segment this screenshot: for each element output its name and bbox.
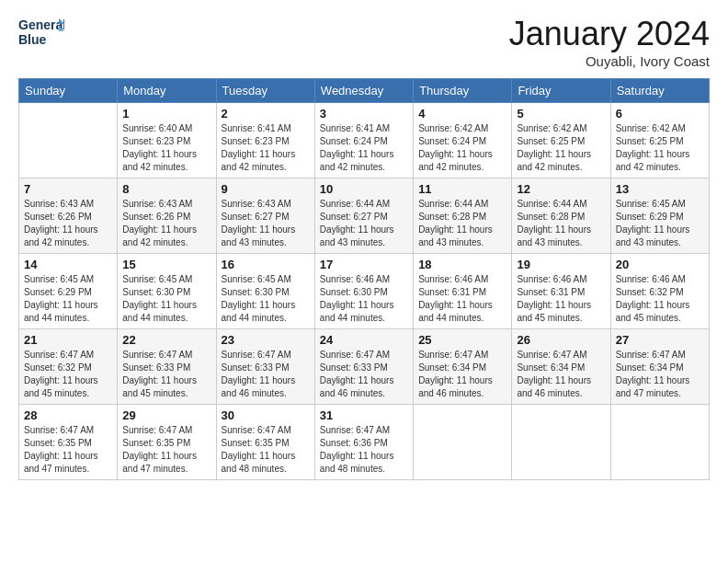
day-cell: 30 Sunrise: 6:47 AM Sunset: 6:35 PM Dayl… [216, 405, 314, 480]
day-info: Sunrise: 6:41 AM Sunset: 6:24 PM Dayligh… [320, 122, 408, 174]
sunset-text: Sunset: 6:31 PM [517, 287, 585, 297]
day-number: 27 [616, 333, 704, 347]
sunset-text: Sunset: 6:35 PM [222, 438, 290, 448]
sunset-text: Sunset: 6:27 PM [320, 212, 388, 222]
day-info: Sunrise: 6:44 AM Sunset: 6:27 PM Dayligh… [320, 198, 408, 249]
day-cell: 16 Sunrise: 6:45 AM Sunset: 6:30 PM Dayl… [216, 254, 314, 329]
day-number: 31 [320, 408, 408, 422]
week-row-4: 21 Sunrise: 6:47 AM Sunset: 6:32 PM Dayl… [19, 329, 710, 405]
sunset-text: Sunset: 6:25 PM [517, 136, 585, 146]
sunrise-text: Sunrise: 6:45 AM [616, 199, 686, 209]
col-thursday: Thursday [414, 79, 512, 103]
col-sunday: Sunday [19, 79, 118, 103]
day-cell [512, 405, 610, 480]
day-number: 7 [24, 182, 112, 196]
sunrise-text: Sunrise: 6:42 AM [418, 123, 488, 133]
day-cell: 5 Sunrise: 6:42 AM Sunset: 6:25 PM Dayli… [512, 103, 610, 178]
day-number: 3 [320, 107, 408, 121]
day-info: Sunrise: 6:41 AM Sunset: 6:23 PM Dayligh… [222, 122, 310, 174]
day-cell: 9 Sunrise: 6:43 AM Sunset: 6:27 PM Dayli… [216, 178, 314, 254]
sunrise-text: Sunrise: 6:47 AM [24, 425, 94, 435]
sunset-text: Sunset: 6:23 PM [222, 136, 290, 146]
sunset-text: Sunset: 6:36 PM [320, 438, 388, 448]
day-number: 19 [517, 258, 605, 271]
daylight-text: Daylight: 11 hours and 42 minutes. [122, 224, 197, 247]
day-info: Sunrise: 6:46 AM Sunset: 6:30 PM Dayligh… [320, 273, 408, 325]
daylight-text: Daylight: 11 hours and 43 minutes. [320, 224, 394, 247]
col-monday: Monday [118, 79, 216, 103]
sunset-text: Sunset: 6:26 PM [24, 212, 92, 222]
day-cell: 7 Sunrise: 6:43 AM Sunset: 6:26 PM Dayli… [19, 178, 118, 254]
sunrise-text: Sunrise: 6:47 AM [122, 425, 192, 435]
sunrise-text: Sunrise: 6:47 AM [24, 350, 94, 360]
day-info: Sunrise: 6:46 AM Sunset: 6:31 PM Dayligh… [517, 273, 605, 325]
day-number: 6 [616, 107, 704, 121]
day-info: Sunrise: 6:45 AM Sunset: 6:30 PM Dayligh… [222, 273, 310, 325]
day-info: Sunrise: 6:47 AM Sunset: 6:35 PM Dayligh… [222, 424, 310, 476]
day-info: Sunrise: 6:47 AM Sunset: 6:35 PM Dayligh… [24, 424, 112, 476]
day-info: Sunrise: 6:47 AM Sunset: 6:34 PM Dayligh… [517, 349, 605, 400]
day-number: 26 [517, 333, 605, 347]
sunrise-text: Sunrise: 6:41 AM [320, 123, 390, 133]
header-row: Sunday Monday Tuesday Wednesday Thursday… [19, 79, 710, 103]
day-number: 18 [418, 258, 506, 271]
daylight-text: Daylight: 11 hours and 46 minutes. [517, 375, 591, 398]
day-cell: 27 Sunrise: 6:47 AM Sunset: 6:34 PM Dayl… [610, 329, 709, 405]
day-number: 28 [24, 408, 112, 422]
day-cell: 2 Sunrise: 6:41 AM Sunset: 6:23 PM Dayli… [216, 103, 314, 178]
sunset-text: Sunset: 6:34 PM [418, 362, 486, 373]
day-info: Sunrise: 6:42 AM Sunset: 6:25 PM Dayligh… [616, 122, 704, 174]
day-cell: 20 Sunrise: 6:46 AM Sunset: 6:32 PM Dayl… [610, 254, 709, 329]
day-number: 20 [616, 258, 704, 271]
day-cell: 26 Sunrise: 6:47 AM Sunset: 6:34 PM Dayl… [512, 329, 610, 405]
sunset-text: Sunset: 6:31 PM [418, 287, 486, 297]
day-info: Sunrise: 6:45 AM Sunset: 6:30 PM Dayligh… [122, 273, 210, 325]
svg-text:Blue: Blue [18, 32, 47, 47]
day-cell: 22 Sunrise: 6:47 AM Sunset: 6:33 PM Dayl… [118, 329, 216, 405]
day-info: Sunrise: 6:47 AM Sunset: 6:33 PM Dayligh… [122, 349, 210, 400]
sunset-text: Sunset: 6:29 PM [616, 212, 684, 222]
sunrise-text: Sunrise: 6:40 AM [122, 123, 192, 133]
sunrise-text: Sunrise: 6:45 AM [222, 274, 291, 284]
day-cell: 28 Sunrise: 6:47 AM Sunset: 6:35 PM Dayl… [19, 405, 118, 480]
daylight-text: Daylight: 11 hours and 47 minutes. [24, 451, 98, 474]
sunset-text: Sunset: 6:33 PM [122, 362, 190, 373]
sunrise-text: Sunrise: 6:45 AM [122, 274, 192, 284]
daylight-text: Daylight: 11 hours and 44 minutes. [222, 300, 296, 323]
day-number: 2 [222, 107, 310, 121]
day-number: 25 [418, 333, 506, 347]
month-title: January 2024 [509, 15, 710, 53]
sunset-text: Sunset: 6:30 PM [320, 287, 388, 297]
daylight-text: Daylight: 11 hours and 42 minutes. [320, 149, 394, 172]
daylight-text: Daylight: 11 hours and 43 minutes. [418, 224, 493, 247]
page: General Blue January 2024 Ouyabli, Ivory… [0, 0, 728, 563]
day-number: 9 [222, 182, 310, 196]
day-number: 23 [222, 333, 310, 347]
day-cell: 17 Sunrise: 6:46 AM Sunset: 6:30 PM Dayl… [314, 254, 413, 329]
sunset-text: Sunset: 6:33 PM [222, 362, 290, 373]
sunrise-text: Sunrise: 6:45 AM [24, 274, 94, 284]
day-info: Sunrise: 6:45 AM Sunset: 6:29 PM Dayligh… [24, 273, 112, 325]
daylight-text: Daylight: 11 hours and 44 minutes. [24, 300, 98, 323]
day-info: Sunrise: 6:47 AM Sunset: 6:32 PM Dayligh… [24, 349, 112, 400]
daylight-text: Daylight: 11 hours and 45 minutes. [517, 300, 591, 323]
col-wednesday: Wednesday [314, 79, 413, 103]
daylight-text: Daylight: 11 hours and 44 minutes. [418, 300, 493, 323]
day-info: Sunrise: 6:47 AM Sunset: 6:34 PM Dayligh… [418, 349, 506, 400]
sunrise-text: Sunrise: 6:47 AM [222, 425, 291, 435]
daylight-text: Daylight: 11 hours and 42 minutes. [24, 224, 98, 247]
day-cell: 21 Sunrise: 6:47 AM Sunset: 6:32 PM Dayl… [19, 329, 118, 405]
svg-text:General: General [18, 17, 64, 32]
day-number: 14 [24, 258, 112, 271]
col-saturday: Saturday [610, 79, 709, 103]
sunrise-text: Sunrise: 6:44 AM [320, 199, 390, 209]
daylight-text: Daylight: 11 hours and 42 minutes. [517, 149, 591, 172]
daylight-text: Daylight: 11 hours and 48 minutes. [222, 451, 296, 474]
daylight-text: Daylight: 11 hours and 42 minutes. [418, 149, 493, 172]
col-tuesday: Tuesday [216, 79, 314, 103]
day-cell: 12 Sunrise: 6:44 AM Sunset: 6:28 PM Dayl… [512, 178, 610, 254]
day-cell: 24 Sunrise: 6:47 AM Sunset: 6:33 PM Dayl… [314, 329, 413, 405]
day-cell: 3 Sunrise: 6:41 AM Sunset: 6:24 PM Dayli… [314, 103, 413, 178]
sunset-text: Sunset: 6:25 PM [616, 136, 684, 146]
day-cell [610, 405, 709, 480]
